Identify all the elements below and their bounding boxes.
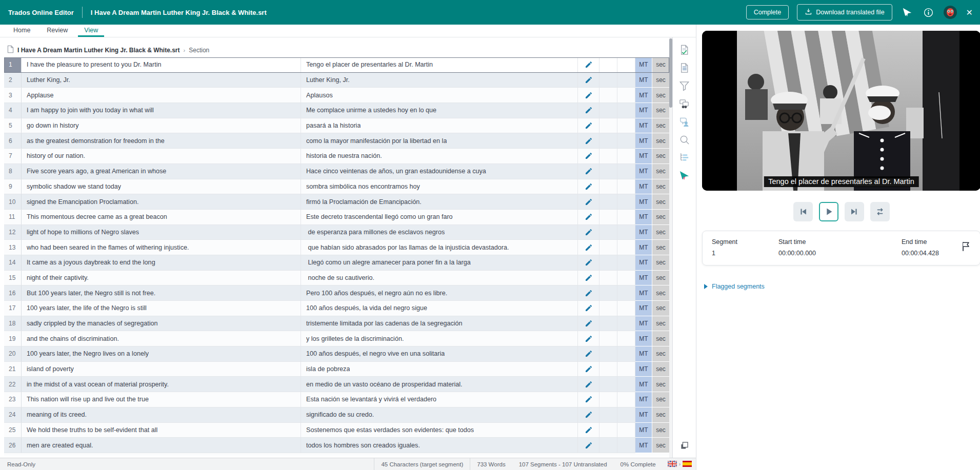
source-cell[interactable]: meaning of its creed. xyxy=(22,407,301,422)
search-icon[interactable] xyxy=(678,133,691,146)
edit-segment-button[interactable] xyxy=(578,57,599,72)
edit-segment-button[interactable] xyxy=(578,423,599,438)
video-player[interactable]: Tengo el placer de presentarles al Dr. M… xyxy=(702,31,980,191)
target-cell[interactable]: que habían sido abrasados por las llamas… xyxy=(301,240,578,255)
source-cell[interactable]: and the chains of discrimination. xyxy=(22,331,301,346)
play-button[interactable] xyxy=(819,202,838,221)
segment-number-cell[interactable]: 9 xyxy=(4,179,22,194)
segment-row[interactable]: 2Luther King, Jr.Luther King, Jr.MTsec xyxy=(4,73,669,88)
find-replace-icon[interactable] xyxy=(678,97,691,110)
download-translated-file-button[interactable]: Download translated file xyxy=(797,4,892,21)
edit-segment-button[interactable] xyxy=(578,88,599,103)
segment-number-cell[interactable]: 3 xyxy=(4,88,22,103)
edit-segment-button[interactable] xyxy=(578,271,599,285)
edit-segment-button[interactable] xyxy=(578,179,599,194)
source-cell[interactable]: light of hope to millions of Negro slave… xyxy=(22,225,301,240)
edit-segment-button[interactable] xyxy=(578,240,599,255)
source-cell[interactable]: This momentous decree came as a great be… xyxy=(22,210,301,224)
source-cell[interactable]: I have the pleasure to present to you Dr… xyxy=(22,57,301,72)
segment-number-cell[interactable]: 26 xyxy=(4,438,22,453)
edit-segment-button[interactable] xyxy=(578,392,599,407)
segment-number-cell[interactable]: 21 xyxy=(4,362,22,377)
segment-number-cell[interactable]: 25 xyxy=(4,423,22,438)
segment-number-cell[interactable]: 11 xyxy=(4,210,22,224)
source-cell[interactable]: as the greatest demonstration for freedo… xyxy=(22,133,301,148)
segment-row[interactable]: 1I have the pleasure to present to you D… xyxy=(4,57,669,73)
edit-segment-button[interactable] xyxy=(578,164,599,179)
source-cell[interactable]: men are created equal. xyxy=(22,438,301,453)
target-cell[interactable]: sombra simbólica nos encontramos hoy xyxy=(301,179,578,194)
target-cell[interactable]: todos los hombres son creados iguales. xyxy=(301,438,578,453)
target-cell[interactable]: Esta nación se levantará y vivirá el ver… xyxy=(301,392,578,407)
segment-number-cell[interactable]: 12 xyxy=(4,225,22,240)
target-cell[interactable]: noche de su cautiverio. xyxy=(301,271,578,285)
previous-segment-button[interactable] xyxy=(793,202,813,221)
segment-row[interactable]: 8Five score years ago, a great American … xyxy=(4,164,669,179)
tab-home[interactable]: Home xyxy=(7,25,36,37)
target-cell[interactable]: como la mayor manifestación por la liber… xyxy=(301,133,578,148)
target-cell[interactable]: en medio de un vasto océano de prosperid… xyxy=(301,377,578,392)
segment-number-cell[interactable]: 2 xyxy=(4,73,22,88)
target-cell[interactable]: Sostenemos que estas verdades son eviden… xyxy=(301,423,578,438)
segment-number-cell[interactable]: 16 xyxy=(4,285,22,300)
segment-number-cell[interactable]: 4 xyxy=(4,103,22,118)
source-cell[interactable]: who had been seared in the flames of wit… xyxy=(22,240,301,255)
target-cell[interactable]: significado de su credo. xyxy=(301,407,578,422)
segment-row[interactable]: 10signed the Emancipation Proclamation.f… xyxy=(4,194,669,210)
tab-review[interactable]: Review xyxy=(41,25,74,37)
user-avatar[interactable] xyxy=(944,6,957,19)
source-cell[interactable]: I am happy to join with you today in wha… xyxy=(22,103,301,118)
announcement-icon[interactable] xyxy=(678,169,691,181)
segment-row[interactable]: 21island of povertyisla de pobrezaMTsec xyxy=(4,362,669,377)
segment-number-cell[interactable]: 17 xyxy=(4,301,22,316)
target-cell[interactable]: y los grilletes de la discriminación. xyxy=(301,331,578,346)
segment-number-cell[interactable]: 5 xyxy=(4,118,22,133)
segment-row[interactable]: 26men are created equal.todos los hombre… xyxy=(4,438,669,453)
loop-button[interactable] xyxy=(870,202,890,221)
segment-row[interactable]: 17100 years later, the life of the Negro… xyxy=(4,301,669,316)
breadcrumb-file[interactable]: I Have A Dream Martin Luther King Jr. Bl… xyxy=(17,47,180,54)
target-cell[interactable]: Aplausos xyxy=(301,88,578,103)
edit-segment-button[interactable] xyxy=(578,362,599,377)
target-cell[interactable]: isla de pobreza xyxy=(301,362,578,377)
source-cell[interactable]: in the midst of a vast ocean of material… xyxy=(22,377,301,392)
segment-number-cell[interactable]: 1 xyxy=(4,57,22,72)
source-cell[interactable]: We hold these truths to be self-evident … xyxy=(22,423,301,438)
edit-segment-button[interactable] xyxy=(578,210,599,224)
segment-row[interactable]: 24meaning of its creed.significado de su… xyxy=(4,407,669,423)
target-cell[interactable]: 100 años después, el negro vive en una s… xyxy=(301,346,578,361)
edit-segment-button[interactable] xyxy=(578,255,599,270)
edit-segment-button[interactable] xyxy=(578,377,599,392)
source-cell[interactable]: But 100 years later, the Negro still is … xyxy=(22,285,301,300)
source-cell[interactable]: It came as a joyous daybreak to end the … xyxy=(22,255,301,270)
segment-number-cell[interactable]: 20 xyxy=(4,346,22,361)
edit-segment-button[interactable] xyxy=(578,316,599,331)
edit-segment-button[interactable] xyxy=(578,149,599,164)
segment-row[interactable]: 12light of hope to millions of Negro sla… xyxy=(4,225,669,240)
segment-number-cell[interactable]: 23 xyxy=(4,392,22,407)
flag-segment-icon[interactable] xyxy=(961,240,972,255)
tab-view[interactable]: View xyxy=(78,25,104,37)
document-preview-icon[interactable] xyxy=(678,62,691,74)
segment-row[interactable]: 23This nation will rise up and live out … xyxy=(4,392,669,407)
segment-number-cell[interactable]: 7 xyxy=(4,149,22,164)
target-cell[interactable]: de esperanza para millones de esclavos n… xyxy=(301,225,578,240)
breadcrumb-section[interactable]: Section xyxy=(189,47,209,54)
segment-row[interactable]: 3ApplauseAplausosMTsec xyxy=(4,88,669,103)
segment-row[interactable]: 22in the midst of a vast ocean of materi… xyxy=(4,377,669,392)
detach-panel-icon[interactable] xyxy=(678,439,691,452)
segment-number-cell[interactable]: 8 xyxy=(4,164,22,179)
edit-segment-button[interactable] xyxy=(578,407,599,422)
target-cell[interactable]: Llegó como un alegre amanecer para poner… xyxy=(301,255,578,270)
source-cell[interactable]: go down in history xyxy=(22,118,301,133)
filter-icon[interactable] xyxy=(678,79,691,92)
source-cell[interactable]: Luther King, Jr. xyxy=(22,73,301,88)
edit-segment-button[interactable] xyxy=(578,331,599,346)
close-icon[interactable]: ✕ xyxy=(966,8,973,17)
whats-new-icon[interactable] xyxy=(901,6,914,19)
target-cell[interactable]: pasará a la historia xyxy=(301,118,578,133)
target-cell[interactable]: Este decreto trascendental llegó como un… xyxy=(301,210,578,224)
edit-segment-button[interactable] xyxy=(578,133,599,148)
segment-number-cell[interactable]: 18 xyxy=(4,316,22,331)
segment-row[interactable]: 5go down in historypasará a la historiaM… xyxy=(4,118,669,134)
